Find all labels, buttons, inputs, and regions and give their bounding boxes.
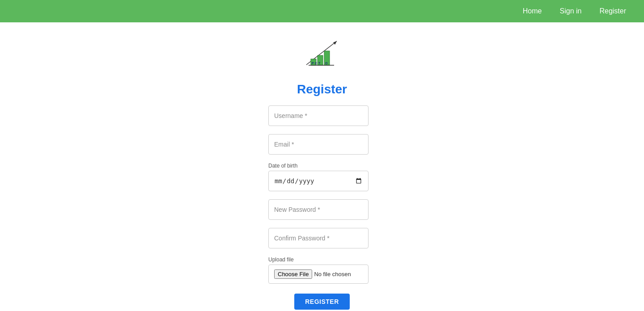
confirm-password-input[interactable] xyxy=(268,228,369,248)
pcto-logo: P C T O xyxy=(302,36,342,71)
password-group xyxy=(268,199,376,220)
svg-marker-1 xyxy=(333,41,337,45)
confirm-password-group xyxy=(268,228,376,248)
username-group xyxy=(268,105,376,126)
file-input[interactable] xyxy=(274,269,363,279)
file-upload-group: Upload file xyxy=(268,256,376,284)
main-content: P C T O Register Date of birth xyxy=(0,22,644,310)
svg-text:O: O xyxy=(325,62,328,65)
svg-text:T: T xyxy=(318,62,321,65)
logo-container: P C T O xyxy=(302,36,342,73)
page-title: Register xyxy=(297,82,347,97)
file-input-container[interactable] xyxy=(268,265,369,284)
password-input[interactable] xyxy=(268,199,369,220)
username-input[interactable] xyxy=(268,105,369,126)
dob-label: Date of birth xyxy=(268,163,376,169)
register-form: Date of birth Upload file REGISTER xyxy=(268,105,376,310)
nav-signin[interactable]: Sign in xyxy=(560,7,582,15)
nav-home[interactable]: Home xyxy=(523,7,542,15)
register-button[interactable]: REGISTER xyxy=(294,294,350,310)
navbar: Home Sign in Register xyxy=(0,0,644,22)
svg-text:P: P xyxy=(312,62,314,65)
nav-register[interactable]: Register xyxy=(599,7,626,15)
upload-label: Upload file xyxy=(268,256,376,263)
email-input[interactable] xyxy=(268,134,369,155)
svg-text:C: C xyxy=(315,62,317,65)
dob-group: Date of birth xyxy=(268,163,376,191)
dob-input[interactable] xyxy=(268,171,369,191)
email-group xyxy=(268,134,376,155)
